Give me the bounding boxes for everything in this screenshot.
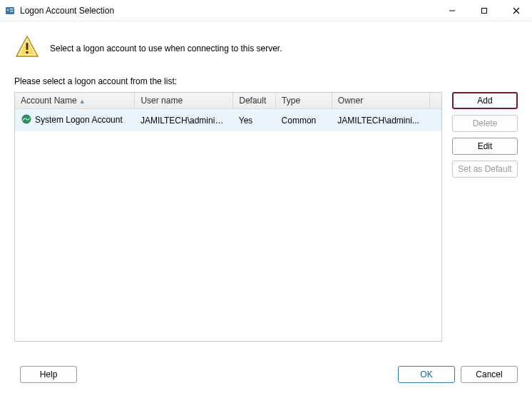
app-icon — [4, 5, 16, 16]
svg-rect-10 — [26, 43, 29, 50]
svg-rect-2 — [10, 9, 14, 9]
maximize-button[interactable] — [468, 0, 500, 21]
column-spacer — [430, 93, 442, 109]
minimize-button[interactable] — [436, 0, 468, 21]
svg-rect-5 — [481, 8, 486, 13]
cell-type: Common — [276, 109, 332, 132]
cell-default: Yes — [233, 109, 276, 132]
delete-button: Delete — [452, 115, 518, 132]
cancel-button[interactable]: Cancel — [461, 366, 518, 383]
cell-owner: JAMILTECH\admini... — [332, 109, 429, 132]
list-label: Please select a logon account from the l… — [14, 76, 518, 86]
svg-point-13 — [24, 116, 26, 118]
title-bar: Logon Account Selection — [0, 0, 532, 21]
help-button[interactable]: Help — [20, 366, 77, 383]
column-owner[interactable]: Owner — [332, 93, 429, 109]
svg-point-1 — [7, 9, 9, 10]
ok-button[interactable]: OK — [398, 366, 455, 383]
column-account-name[interactable]: Account Name▲ — [15, 93, 135, 109]
cell-user-name: JAMILTECH\administ... — [135, 109, 233, 132]
svg-point-11 — [26, 51, 29, 54]
window-controls — [436, 0, 532, 21]
column-user-name[interactable]: User name — [135, 93, 233, 109]
column-type[interactable]: Type — [276, 93, 332, 109]
info-row: Select a logon account to use when conne… — [14, 34, 518, 62]
set-default-button: Set as Default — [452, 160, 518, 178]
svg-rect-3 — [10, 11, 14, 11]
sort-asc-icon: ▲ — [79, 98, 86, 105]
account-icon — [21, 113, 32, 127]
window-title: Logon Account Selection — [20, 6, 114, 16]
footer: Help OK Cancel — [14, 366, 518, 383]
add-button[interactable]: Add — [452, 92, 518, 109]
column-default[interactable]: Default — [233, 93, 276, 109]
close-button[interactable] — [500, 0, 532, 21]
side-button-panel: Add Delete Edit Set as Default — [452, 92, 518, 178]
info-message: Select a logon account to use when conne… — [50, 44, 282, 53]
table-row[interactable]: System Logon Account JAMILTECH\administ.… — [15, 109, 441, 132]
warning-icon — [14, 34, 40, 62]
cell-account-name: System Logon Account — [15, 109, 135, 132]
edit-button[interactable]: Edit — [452, 138, 518, 155]
accounts-table: Account Name▲ User name Default Type Own… — [14, 92, 442, 342]
